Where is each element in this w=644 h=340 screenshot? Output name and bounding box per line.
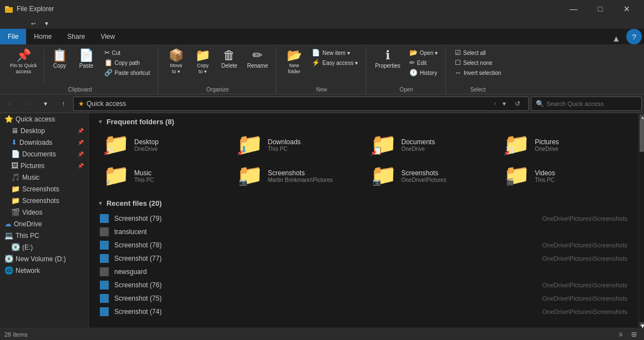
sidebar-item-screenshots-2[interactable]: 📁 Screenshots	[0, 195, 88, 206]
select-label: Select	[470, 87, 486, 93]
sidebar-item-music[interactable]: 🎵 Music	[0, 171, 88, 183]
recent-files-toggle[interactable]: ▼	[98, 200, 103, 206]
new-folder-icon: 📂	[287, 49, 302, 62]
frequent-folders-toggle[interactable]: ▼	[98, 119, 103, 125]
recent-item-7[interactable]: Screenshot (74) OneDrive\Pictures\Screen…	[98, 305, 630, 318]
tab-share[interactable]: Share	[59, 29, 93, 44]
open-button[interactable]: 📂 Open ▾	[406, 48, 441, 58]
paste-shortcut-button[interactable]: 🔗 Paste shortcut	[101, 68, 154, 78]
recent-file-path-0: OneDrive\Pictures\Screenshots	[494, 215, 627, 222]
recent-item-4[interactable]: newsguard	[98, 265, 630, 278]
new-item-button[interactable]: 📄 New item ▾	[308, 48, 361, 58]
folder-card-downloads[interactable]: 📁 ⬇ 📌 Downloads This PC	[231, 130, 363, 159]
list-view-button[interactable]: ≡	[615, 329, 626, 340]
recent-item-5[interactable]: Screenshot (76) OneDrive\Pictures\Screen…	[98, 278, 630, 292]
folder-card-videos[interactable]: 📁 🎬 Videos This PC	[498, 161, 630, 190]
move-to-button[interactable]: 📦 Moveto ▾	[164, 48, 188, 77]
recent-file-icon-4	[100, 267, 109, 276]
copy-path-button[interactable]: 📋 Copy path	[101, 58, 154, 68]
rename-button[interactable]: ✏ Rename	[244, 48, 271, 70]
sidebar-item-screenshots-1[interactable]: 📁 Screenshots	[0, 183, 88, 195]
sidebar-item-quick-access[interactable]: ⭐ Quick access	[0, 113, 88, 125]
sidebar-item-pictures[interactable]: 🖼 Pictures 📌	[0, 160, 88, 171]
main-area: ⭐ Quick access 🖥 Desktop 📌 ⬇ Downloads 📌…	[0, 113, 644, 328]
tab-file[interactable]: File	[0, 29, 26, 44]
pin-label: Pin to Quickaccess	[10, 63, 37, 75]
search-input[interactable]	[546, 100, 637, 107]
history-button[interactable]: 🕐 History	[406, 68, 441, 78]
sidebar-item-documents[interactable]: 📄 Documents 📌	[0, 148, 88, 160]
back-button[interactable]: ←	[2, 96, 18, 111]
easy-access-button[interactable]: ⚡ Easy access ▾	[308, 58, 361, 68]
downloads-folder-icon: 📁 ⬇ 📌	[237, 134, 262, 156]
tab-view[interactable]: View	[93, 29, 123, 44]
address-path: Quick access	[87, 100, 492, 108]
help-button[interactable]: ?	[626, 29, 642, 44]
scroll-down-button[interactable]: ▼	[640, 322, 644, 327]
recent-item-1[interactable]: translucent	[98, 225, 630, 238]
address-dropdown-button[interactable]: ▾	[498, 98, 510, 110]
music-folder-info: Music This PC	[134, 169, 224, 183]
new-folder-label: Newfolder	[288, 63, 301, 75]
copy-to-button[interactable]: 📁 Copyto ▾	[190, 48, 215, 77]
downloads-pin-icon: 📌	[237, 150, 243, 156]
address-box[interactable]: ★ Quick access › ▾ ↺	[73, 97, 529, 111]
rename-icon: ✏	[252, 49, 262, 62]
folder-card-screenshots-od[interactable]: 📁 📷 Screenshots OneDrive\Pictures	[365, 161, 496, 190]
search-box[interactable]: 🔍	[531, 97, 642, 111]
recent-file-name-6: Screenshot (75)	[114, 295, 489, 302]
folder-card-pictures[interactable]: 📁 🖼 📌 Pictures OneDrive	[498, 130, 630, 159]
tab-home[interactable]: Home	[26, 29, 59, 44]
folder-card-documents[interactable]: 📁 📋 📌 Documents OneDrive	[365, 130, 496, 159]
folder-card-desktop[interactable]: 📁 🖥 📌 Desktop OneDrive	[98, 130, 229, 159]
select-none-button[interactable]: ☐ Select none	[452, 58, 504, 68]
delete-button[interactable]: 🗑 Delete	[217, 48, 241, 70]
qat-back-button[interactable]: ↩	[28, 18, 39, 29]
easy-access-icon: ⚡	[312, 59, 320, 67]
forward-button[interactable]: →	[20, 96, 36, 111]
recent-locations-button[interactable]: ▾	[38, 96, 53, 111]
up-button[interactable]: ↑	[55, 96, 71, 111]
edit-button[interactable]: ✏ Edit	[406, 58, 441, 68]
select-none-icon: ☐	[455, 59, 461, 67]
properties-button[interactable]: ℹ Properties	[372, 48, 404, 70]
maximize-button[interactable]: □	[587, 0, 613, 18]
minimize-button[interactable]: —	[561, 0, 586, 18]
sidebar-item-this-pc[interactable]: 💻 This PC	[0, 230, 88, 241]
recent-file-name-4: newsguard	[114, 268, 489, 276]
delete-icon: 🗑	[223, 49, 235, 62]
recent-item-0[interactable]: Screenshot (79) OneDrive\Pictures\Screen…	[98, 212, 630, 225]
scroll-up-button[interactable]: ▲	[640, 114, 644, 119]
copy-button[interactable]: 📋 Copy	[48, 48, 72, 70]
downloads-folder-name: Downloads	[268, 138, 357, 146]
pictures-folder-name: Pictures	[535, 138, 624, 146]
copy-to-icon: 📁	[195, 49, 210, 62]
detail-view-button[interactable]: ⊞	[628, 329, 640, 340]
sidebar-item-new-volume[interactable]: 💽 New Volume (D:)	[0, 253, 88, 265]
cut-button[interactable]: ✂ Cut	[101, 48, 154, 58]
scroll-thumb[interactable]	[640, 119, 644, 152]
sidebar-item-downloads[interactable]: ⬇ Downloads 📌	[0, 136, 88, 148]
invert-selection-button[interactable]: ↔ Invert selection	[452, 68, 504, 78]
sidebar-item-network[interactable]: 🌐 Network	[0, 265, 88, 276]
paste-button[interactable]: 📄 Paste	[74, 48, 99, 70]
recent-item-2[interactable]: Screenshot (78) OneDrive\Pictures\Screen…	[98, 238, 630, 252]
recent-item-3[interactable]: Screenshot (77) OneDrive\Pictures\Screen…	[98, 252, 630, 265]
new-folder-button[interactable]: 📂 Newfolder	[282, 48, 306, 77]
sidebar-item-onedrive[interactable]: ☁ OneDrive	[0, 218, 88, 230]
ribbon-collapse-button[interactable]: ▲	[611, 33, 622, 44]
folder-card-screenshots-mb[interactable]: 📁 📷 Screenshots Martin Brinkmann\Picture…	[231, 161, 363, 190]
sidebar-item-drive-e[interactable]: 💽 (E:)	[0, 241, 88, 253]
refresh-button[interactable]: ↺	[511, 98, 524, 110]
select-all-button[interactable]: ☑ Select all	[452, 48, 504, 58]
qat-dropdown-button[interactable]: ▼	[41, 18, 52, 29]
scrollbar[interactable]: ▲ ▼	[638, 113, 644, 328]
recent-file-name-7: Screenshot (74)	[114, 308, 489, 316]
close-button[interactable]: ✕	[614, 0, 640, 18]
folder-card-music[interactable]: 📁 ♪ Music This PC	[98, 161, 229, 190]
recent-item-6[interactable]: Screenshot (75) OneDrive\Pictures\Screen…	[98, 292, 630, 305]
documents-pin-icon: 📌	[371, 150, 377, 156]
sidebar-item-videos[interactable]: 🎬 Videos	[0, 206, 88, 218]
sidebar-item-desktop[interactable]: 🖥 Desktop 📌	[0, 125, 88, 136]
pin-to-quick-access-button[interactable]: 📌 Pin to Quickaccess	[7, 48, 40, 77]
